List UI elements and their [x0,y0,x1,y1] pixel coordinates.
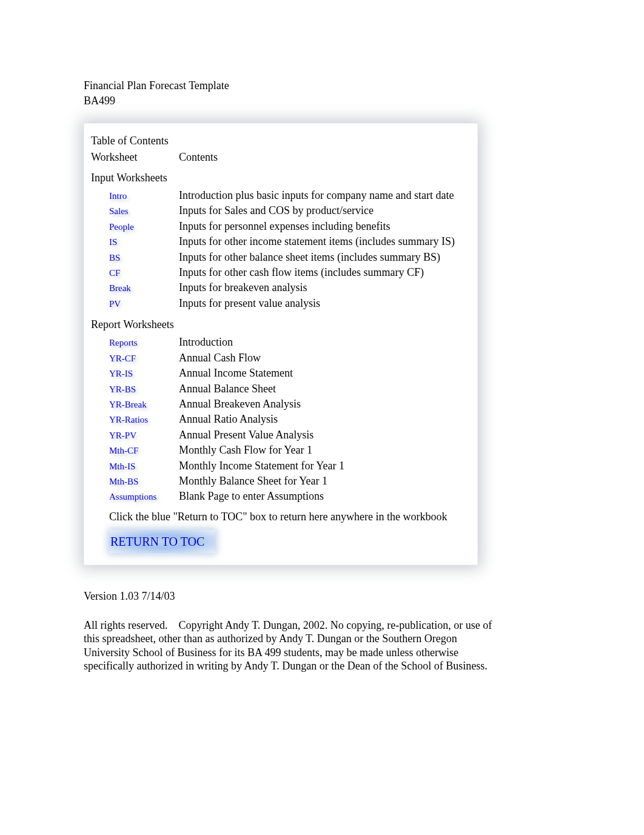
toc-desc: Blank Page to enter Assumptions [179,489,471,503]
toc-row: Mth-IS Monthly Income Statement for Year… [91,459,471,473]
toc-row: YR-IS Annual Income Statement [91,366,471,380]
toc-header-row: Worksheet Contents [91,150,471,164]
link-yr-bs[interactable]: YR-BS [109,384,136,396]
toc-desc: Monthly Cash Flow for Year 1 [179,443,471,457]
copyright-text: All rights reserved. Copyright Andy T. D… [84,619,502,673]
link-yr-ratios[interactable]: YR-Ratios [109,414,148,426]
toc-instruction: Click the blue "Return to TOC" box to re… [91,510,471,524]
link-mth-bs[interactable]: Mth-BS [109,476,138,488]
link-yr-break[interactable]: YR-Break [109,399,147,411]
toc-desc: Inputs for breakeven analysis [179,281,471,295]
version-text: Version 1.03 7/14/03 [84,589,644,603]
toc-desc: Monthly Income Statement for Year 1 [179,459,471,473]
toc-container: Table of Contents Worksheet Contents Inp… [84,123,478,565]
toc-row: Mth-CF Monthly Cash Flow for Year 1 [91,443,471,457]
link-yr-is[interactable]: YR-IS [109,368,133,380]
link-yr-pv[interactable]: YR-PV [109,430,136,442]
toc-desc: Annual Balance Sheet [179,382,471,396]
toc-row: Break Inputs for breakeven analysis [91,281,471,295]
toc-row: YR-PV Annual Present Value Analysis [91,428,471,442]
toc-desc: Introduction plus basic inputs for compa… [179,189,471,203]
link-bs[interactable]: BS [109,252,120,264]
link-yr-cf[interactable]: YR-CF [109,353,136,365]
link-assumptions[interactable]: Assumptions [109,491,156,503]
report-section-title: Report Worksheets [91,318,471,332]
input-section-title: Input Worksheets [91,171,471,185]
link-intro[interactable]: Intro [109,190,127,203]
document-subtitle: BA499 [84,94,644,108]
link-is[interactable]: IS [109,236,117,249]
toc-row: YR-BS Annual Balance Sheet [91,382,471,396]
toc-row: BS Inputs for other balance sheet items … [91,250,471,264]
toc-column-worksheet: Worksheet [91,150,179,164]
toc-desc: Inputs for personnel expenses including … [179,220,471,233]
toc-column-contents: Contents [179,150,471,164]
link-cf[interactable]: CF [109,267,120,280]
link-pv[interactable]: PV [109,298,121,310]
toc-desc: Annual Present Value Analysis [179,428,471,442]
link-sales[interactable]: Sales [109,206,129,218]
link-mth-cf[interactable]: Mth-CF [109,445,138,457]
toc-row: IS Inputs for other income statement ite… [91,235,471,249]
toc-row: Sales Inputs for Sales and COS by produc… [91,204,471,218]
toc-desc: Inputs for other income statement items … [179,235,471,249]
toc-desc: Inputs for other cash flow items (includ… [179,266,471,280]
toc-row: Intro Introduction plus basic inputs for… [91,189,471,203]
toc-desc: Monthly Balance Sheet for Year 1 [179,474,471,488]
toc-desc: Inputs for present value analysis [179,297,471,310]
toc-desc: Annual Ratio Analysis [179,412,471,426]
toc-row: Mth-BS Monthly Balance Sheet for Year 1 [91,474,471,488]
toc-desc: Inputs for Sales and COS by product/serv… [179,204,471,218]
toc-row: PV Inputs for present value analysis [91,297,471,310]
input-worksheets-section: Input Worksheets Intro Introduction plus… [91,171,471,311]
toc-desc: Introduction [179,335,471,349]
link-people[interactable]: People [109,221,134,233]
toc-row: Reports Introduction [91,335,471,349]
report-worksheets-section: Report Worksheets Reports Introduction Y… [91,318,471,504]
toc-row: CF Inputs for other cash flow items (inc… [91,266,471,280]
toc-row: People Inputs for personnel expenses inc… [91,220,471,233]
document-title: Financial Plan Forecast Template [84,79,644,93]
toc-title: Table of Contents [91,134,471,148]
link-break[interactable]: Break [109,283,131,295]
toc-row: YR-CF Annual Cash Flow [91,351,471,365]
toc-row: YR-Break Annual Breakeven Analysis [91,397,471,411]
link-mth-is[interactable]: Mth-IS [109,461,135,473]
toc-desc: Annual Breakeven Analysis [179,397,471,411]
toc-desc: Inputs for other balance sheet items (in… [179,250,471,264]
toc-row: Assumptions Blank Page to enter Assumpti… [91,489,471,503]
toc-desc: Annual Income Statement [179,366,471,380]
return-to-toc-button[interactable]: RETURN TO TOC [109,530,215,553]
toc-row: YR-Ratios Annual Ratio Analysis [91,412,471,426]
link-reports[interactable]: Reports [109,337,138,349]
toc-desc: Annual Cash Flow [179,351,471,365]
